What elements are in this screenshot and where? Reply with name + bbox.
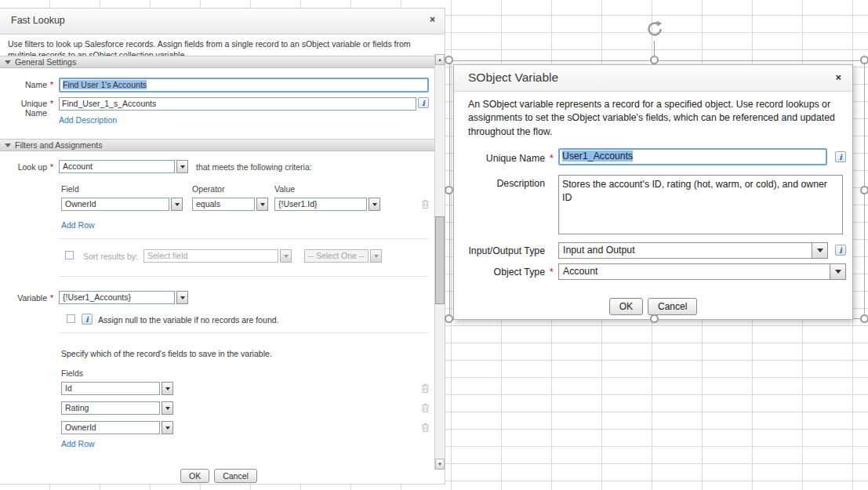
field-row-value: Id <box>61 382 160 395</box>
field-row-value: OwnerId <box>61 421 160 434</box>
field-row-value: Rating <box>61 401 160 415</box>
sort-order-dropdown[interactable]: -- Select One -- <box>304 249 382 263</box>
delete-row-trash-icon[interactable] <box>421 423 430 434</box>
cancel-button[interactable]: Cancel <box>648 298 697 315</box>
criteria-value-value: {!User1.Id} <box>274 198 367 211</box>
info-icon[interactable]: i <box>418 97 429 108</box>
required-marker: * <box>550 267 554 278</box>
add-description-link[interactable]: Add Description <box>59 115 117 125</box>
info-icon[interactable]: i <box>835 151 846 162</box>
fast-lookup-dialog: Fast Lookup × Use filters to look up Sal… <box>0 8 445 485</box>
resize-handle-mid-right[interactable] <box>860 186 868 194</box>
sort-field-placeholder: Select field <box>143 249 278 263</box>
close-icon[interactable]: × <box>835 71 841 83</box>
field-row-dropdown[interactable]: Id <box>61 382 173 395</box>
dropdown-arrow-icon[interactable] <box>256 198 268 211</box>
add-row-link[interactable]: Add Row <box>61 220 95 230</box>
specify-fields-text: Specify which of the record's fields to … <box>61 349 272 358</box>
footer-buttons: OK Cancel <box>454 298 852 315</box>
criteria-value-dropdown[interactable]: {!User1.Id} <box>274 198 380 211</box>
divider <box>59 332 429 333</box>
dropdown-arrow-icon[interactable] <box>176 291 188 304</box>
collapse-arrow-icon <box>5 60 11 64</box>
scrollbar-thumb[interactable] <box>435 216 445 304</box>
dropdown-arrow-icon[interactable] <box>162 421 173 434</box>
section-filters-assignments[interactable]: Filters and Assignments <box>0 139 445 151</box>
io-type-label: Input/Output Type <box>454 245 545 256</box>
resize-handle-top-right[interactable] <box>860 56 868 64</box>
required-marker: * <box>50 80 53 89</box>
footer-buttons: OK Cancel <box>180 469 257 483</box>
cancel-button[interactable]: Cancel <box>214 469 257 483</box>
unique-name-input[interactable]: Find_User_1_s_Accounts <box>59 97 416 111</box>
required-marker: * <box>50 99 53 108</box>
delete-row-trash-icon[interactable] <box>421 403 430 415</box>
vertical-scrollbar[interactable]: ▲ ▼ <box>434 54 445 470</box>
name-input-selected-text: Find User 1's Accounts <box>63 80 147 89</box>
unique-name-label: Unique Name <box>0 99 47 118</box>
sort-label: Sort results by: <box>83 252 138 261</box>
variable-dropdown[interactable]: {!User1_Accounts} <box>59 291 188 304</box>
resize-handle-bottom-center[interactable] <box>650 314 659 323</box>
description-label: Description <box>454 178 545 189</box>
description-textarea[interactable]: Stores the account's ID, rating (hot, wa… <box>558 175 843 234</box>
required-marker: * <box>550 153 554 164</box>
lookup-object-dropdown[interactable]: Account <box>59 160 188 173</box>
scroll-up-icon[interactable]: ▲ <box>435 54 445 65</box>
criteria-operator-dropdown[interactable]: equals <box>192 198 268 211</box>
dropdown-arrow-icon[interactable] <box>812 243 827 258</box>
close-icon[interactable]: × <box>430 14 435 25</box>
name-label: Name <box>0 80 47 89</box>
field-row-dropdown[interactable]: Rating <box>61 401 173 415</box>
required-marker: * <box>50 162 53 172</box>
section-general-settings[interactable]: General Settings <box>0 56 445 68</box>
criteria-field-dropdown[interactable]: OwnerId <box>61 198 183 211</box>
assign-null-text: Assign null to the variable if no record… <box>98 315 279 325</box>
io-type-dropdown[interactable]: Input and Output <box>558 242 828 259</box>
dropdown-arrow-icon[interactable] <box>171 198 183 211</box>
criteria-caption: that meets the following criteria: <box>196 162 312 172</box>
fast-lookup-title: Fast Lookup <box>11 15 65 26</box>
dropdown-arrow-icon[interactable] <box>830 264 845 279</box>
info-icon[interactable]: i <box>835 245 846 256</box>
value-column-header: Value <box>274 184 295 194</box>
collapse-arrow-icon <box>5 143 11 147</box>
resize-handle-top-left[interactable] <box>445 56 453 64</box>
sobject-variable-dialog: SObject Variable × An SObject variable r… <box>453 64 853 320</box>
variable-label: Variable <box>0 293 47 303</box>
flow-designer-canvas: Fast Lookup × Use filters to look up Sal… <box>0 0 868 490</box>
delete-row-trash-icon[interactable] <box>421 199 430 211</box>
lookup-label: Look up <box>0 162 47 172</box>
delete-row-trash-icon[interactable] <box>421 383 430 395</box>
resize-handle-bottom-left[interactable] <box>445 314 453 323</box>
dropdown-arrow-icon[interactable] <box>162 382 173 395</box>
info-icon[interactable]: i <box>82 314 93 325</box>
resize-handle-mid-left[interactable] <box>445 186 453 194</box>
resize-handle-top-center[interactable] <box>650 56 659 64</box>
name-input[interactable]: Find User 1's Accounts <box>59 78 429 93</box>
object-type-dropdown[interactable]: Account <box>558 263 846 280</box>
dropdown-arrow-icon[interactable] <box>370 249 382 263</box>
criteria-operator-value: equals <box>192 198 255 211</box>
sort-field-dropdown[interactable]: Select field <box>143 249 292 263</box>
object-type-label: Object Type <box>454 267 545 278</box>
dropdown-arrow-icon[interactable] <box>176 160 188 173</box>
sort-checkbox[interactable] <box>65 251 74 260</box>
dropdown-arrow-icon[interactable] <box>369 198 380 211</box>
ok-button[interactable]: OK <box>609 298 643 315</box>
field-row-dropdown[interactable]: OwnerId <box>61 421 173 434</box>
rotate-handle-icon[interactable] <box>644 17 666 44</box>
dropdown-arrow-icon[interactable] <box>162 401 173 415</box>
unique-name-input[interactable]: User1_Accounts <box>558 148 827 165</box>
unique-name-label: Unique Name <box>454 153 545 164</box>
add-row-link[interactable]: Add Row <box>61 439 95 448</box>
section-filters-label: Filters and Assignments <box>15 140 102 150</box>
resize-handle-bottom-right[interactable] <box>860 314 868 323</box>
sobject-dialog-title: SObject Variable <box>468 71 558 85</box>
lookup-object-value: Account <box>59 160 175 173</box>
dropdown-arrow-icon[interactable] <box>280 249 292 263</box>
scroll-down-icon[interactable]: ▼ <box>435 459 445 470</box>
object-type-value: Account <box>559 264 830 279</box>
ok-button[interactable]: OK <box>180 469 209 483</box>
assign-null-checkbox[interactable] <box>67 314 75 323</box>
